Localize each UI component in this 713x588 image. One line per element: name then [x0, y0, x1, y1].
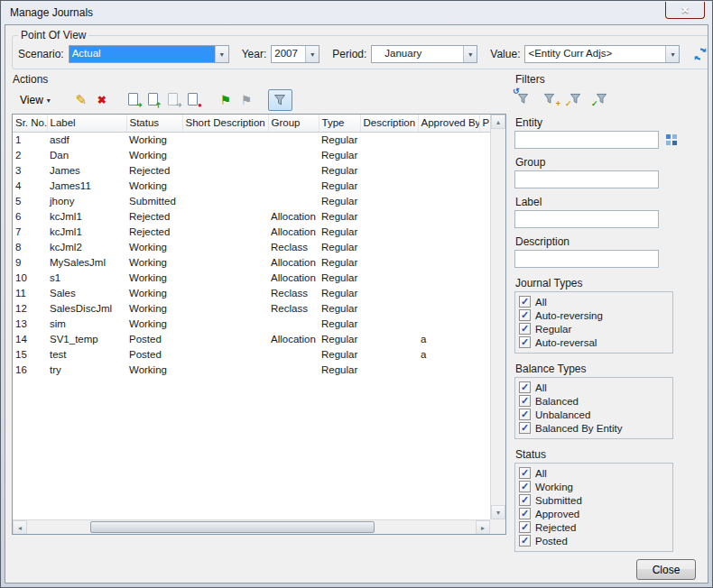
checkbox-option-rejected[interactable]: ✓Rejected: [519, 520, 669, 534]
table-row[interactable]: 14SV1_tempPostedAllocationRegulara: [13, 331, 490, 346]
checkbox-icon[interactable]: ✓: [519, 535, 531, 547]
checkbox-option-all[interactable]: ✓All: [519, 381, 669, 394]
table-row[interactable]: 8kcJml2WorkingReclassRegular: [13, 239, 490, 254]
table-cell: [360, 270, 418, 285]
checkbox-option-all[interactable]: ✓All: [519, 295, 669, 308]
table-row[interactable]: 3JamesRejectedRegular: [13, 162, 490, 178]
column-header-p[interactable]: P: [479, 115, 490, 132]
new-journal-icon[interactable]: ➜: [126, 92, 142, 108]
checkbox-icon[interactable]: ✓: [519, 323, 531, 335]
table-cell: [418, 270, 479, 285]
vertical-scrollbar[interactable]: ▴ ▾: [490, 115, 505, 519]
table-row[interactable]: 13simWorkingRegular: [13, 316, 490, 331]
checkbox-icon[interactable]: ✓: [519, 521, 531, 533]
checkbox-icon[interactable]: ✓: [519, 494, 531, 506]
filter-apply-icon[interactable]: ✓: [593, 89, 611, 107]
refresh-button[interactable]: [691, 45, 708, 63]
entity-filter-input[interactable]: [514, 131, 659, 149]
table-cell: [268, 162, 319, 178]
period-dropdown[interactable]: January ▾: [371, 45, 477, 63]
table-row[interactable]: 1asdfWorkingRegular: [13, 132, 490, 147]
horizontal-scrollbar[interactable]: ◂ ▸: [13, 519, 490, 534]
table-row[interactable]: 11SalesWorkingReclassRegular: [13, 285, 490, 300]
table-row[interactable]: 4James11WorkingRegular: [13, 178, 490, 193]
checkbox-option-all[interactable]: ✓All: [519, 466, 669, 480]
checkbox-label: Balanced By Entity: [535, 423, 623, 434]
checkbox-option-balanced-by-entity[interactable]: ✓Balanced By Entity: [519, 421, 669, 435]
column-header-description[interactable]: Description: [360, 115, 418, 132]
year-dropdown[interactable]: 2007 ▾: [271, 45, 319, 63]
filter-toggle-button[interactable]: [268, 89, 292, 111]
approve-flag-icon[interactable]: ⚑: [218, 92, 234, 108]
scroll-left-button[interactable]: ◂: [13, 520, 27, 535]
title-bar[interactable]: Manage Journals ✕: [1, 1, 712, 24]
checkbox-icon[interactable]: ✓: [519, 309, 531, 321]
table-cell: [418, 162, 479, 178]
window-close-button[interactable]: ✕: [665, 2, 705, 19]
column-header-label[interactable]: Label: [47, 115, 126, 132]
member-selector-icon[interactable]: [663, 132, 680, 148]
checkbox-icon[interactable]: ✓: [519, 296, 531, 308]
chevron-down-icon[interactable]: ▾: [215, 46, 228, 62]
unpost-journal-icon[interactable]: ●: [186, 92, 201, 108]
checkbox-option-auto-reversal[interactable]: ✓Auto-reversal: [519, 335, 669, 349]
view-menu-button[interactable]: View ▾: [14, 91, 57, 109]
checkbox-option-unbalanced[interactable]: ✓Unbalanced: [519, 408, 669, 421]
column-header-short-description[interactable]: Short Description: [182, 115, 268, 132]
unsubmit-journal-icon[interactable]: ➜: [166, 92, 181, 108]
value-dropdown[interactable]: <Entity Curr Adjs> ▾: [524, 45, 680, 63]
filter-reset-icon[interactable]: ↺: [514, 89, 532, 107]
checkbox-icon[interactable]: ✓: [519, 381, 531, 393]
checkbox-option-auto-reversing[interactable]: ✓Auto-reversing: [519, 308, 669, 322]
table-cell: s1: [47, 270, 126, 285]
chevron-down-icon[interactable]: ▾: [665, 46, 679, 62]
edit-journal-icon[interactable]: ✎: [73, 92, 89, 108]
checkbox-icon[interactable]: ✓: [519, 467, 531, 479]
table-cell: [479, 331, 490, 346]
scroll-up-button[interactable]: ▴: [491, 115, 505, 129]
column-header-group[interactable]: Group: [268, 115, 319, 132]
column-header-type[interactable]: Type: [319, 115, 360, 132]
label-filter-input[interactable]: [514, 210, 659, 228]
checkbox-option-balanced[interactable]: ✓Balanced: [519, 394, 669, 408]
checkbox-icon[interactable]: ✓: [519, 336, 531, 348]
checkbox-option-regular[interactable]: ✓Regular: [519, 322, 669, 335]
reject-flag-icon[interactable]: ⚑: [238, 92, 255, 108]
table-row[interactable]: 6kcJml1RejectedAllocationRegular: [13, 208, 490, 224]
checkbox-option-working[interactable]: ✓Working: [519, 480, 669, 493]
table-row[interactable]: 12SalesDiscJmlWorkingReclassRegular: [13, 300, 490, 316]
column-header-approved-by[interactable]: Approved By: [418, 115, 479, 132]
table-row[interactable]: 7kcJml1RejectedAllocationRegular: [13, 224, 490, 239]
table-row[interactable]: 5jhonySubmittedRegular: [13, 193, 490, 208]
scroll-down-button[interactable]: ▾: [491, 505, 505, 519]
table-row[interactable]: 10s1WorkingAllocationRegular: [13, 270, 490, 285]
scroll-right-button[interactable]: ▸: [476, 520, 490, 535]
delete-journal-icon[interactable]: ✖: [94, 92, 110, 108]
chevron-down-icon[interactable]: ▾: [305, 46, 319, 62]
group-filter-input[interactable]: [514, 170, 659, 188]
yellow-check-icon: ✓: [565, 100, 572, 108]
close-button[interactable]: Close: [636, 559, 696, 580]
table-row[interactable]: 9MySalesJmlWorkingAllocationRegular: [13, 254, 490, 270]
column-header-status[interactable]: Status: [126, 115, 182, 132]
chevron-down-icon[interactable]: ▾: [463, 46, 477, 62]
checkbox-icon[interactable]: ✓: [519, 422, 531, 434]
checkbox-icon[interactable]: ✓: [519, 481, 531, 492]
filter-add-icon[interactable]: +: [541, 89, 559, 107]
checkbox-icon[interactable]: ✓: [519, 409, 531, 420]
table-row[interactable]: 16tryWorkingRegular: [13, 362, 490, 377]
description-filter-input[interactable]: [514, 250, 659, 268]
scenario-dropdown[interactable]: Actual ▾: [69, 45, 229, 63]
table-row[interactable]: 2DanWorkingRegular: [13, 147, 490, 162]
submit-journal-icon[interactable]: ➜: [146, 92, 162, 108]
checkbox-icon[interactable]: ✓: [519, 508, 531, 519]
checkbox-icon[interactable]: ✓: [519, 395, 531, 407]
filter-save-icon[interactable]: ✓: [567, 89, 585, 107]
checkbox-option-posted[interactable]: ✓Posted: [519, 534, 669, 547]
column-header-sr-no-[interactable]: Sr. No.: [13, 115, 47, 132]
checkbox-option-submitted[interactable]: ✓Submitted: [519, 493, 669, 507]
table-cell: [360, 362, 418, 377]
table-row[interactable]: 15testPostedRegulara: [13, 346, 490, 362]
horizontal-scroll-thumb[interactable]: [90, 521, 375, 533]
checkbox-option-approved[interactable]: ✓Approved: [519, 507, 669, 520]
